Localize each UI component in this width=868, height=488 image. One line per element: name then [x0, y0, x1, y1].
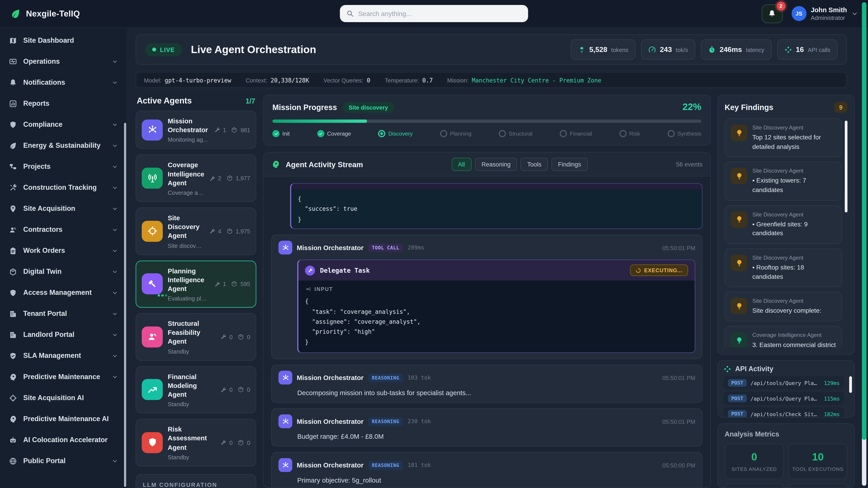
findings-scrollbar[interactable]	[845, 121, 847, 213]
agent-card[interactable]: Site Discovery Agent Site discovery co..…	[135, 207, 256, 255]
agent-token-count: 1,977	[236, 175, 250, 182]
sidebar-item[interactable]: Site Dashboard	[0, 30, 127, 51]
api-scrollbar[interactable]	[849, 376, 852, 393]
event-tokens: 230 tok	[408, 418, 431, 424]
sidebar-item[interactable]: Projects	[0, 156, 127, 177]
model-bar-item: Context: 20,338/128K	[246, 76, 309, 83]
sidebar-item[interactable]: Tenant Portal	[0, 303, 127, 324]
sidebar-item[interactable]: Site Acquisition AI	[0, 387, 127, 408]
agent-card[interactable]: Mission Orchestrator Monitoring agent pr…	[135, 111, 256, 149]
model-bar-item: Model: gpt-4-turbo-preview	[144, 76, 231, 83]
step-state-icon	[317, 130, 324, 137]
finding-source: Site Discovery Agent	[752, 125, 836, 131]
sidebar-item[interactable]: Contractors	[0, 219, 127, 240]
notifications-button[interactable]: 2	[762, 4, 782, 23]
stream-filter-button[interactable]: All	[452, 158, 471, 171]
stream-filter-button[interactable]: Findings	[551, 158, 588, 171]
search-input[interactable]	[358, 10, 521, 18]
partial-tool-event: { "success": true }	[290, 183, 702, 229]
agent-tool-count: 2	[218, 175, 221, 182]
chevron-down-icon	[112, 205, 118, 212]
sidebar-item[interactable]: Energy & Sustainability	[0, 135, 127, 156]
search-bar[interactable]	[340, 5, 528, 22]
agent-tool-count: 0	[229, 386, 232, 393]
stat-icon	[784, 46, 792, 53]
sidebar-item[interactable]: Work Orders	[0, 240, 127, 261]
metric-label: TOOL EXECUTIONS	[792, 466, 844, 472]
token-cube-icon	[238, 439, 244, 446]
model-bar-label: Temperature:	[385, 76, 419, 83]
findings-list[interactable]: Site Discovery Agent Top 12 sites select…	[725, 119, 848, 348]
agent-card[interactable]: Planning Intelligence Agent Evaluating p…	[135, 260, 256, 308]
step-state-icon	[440, 130, 447, 137]
finding-card: Coverage Intelligence Agent 3. Eastern c…	[725, 326, 842, 348]
input-label: INPUT	[314, 286, 333, 292]
mission-progress-header: Mission Progress Site discovery 22%	[272, 102, 702, 113]
sidebar-item-icon	[9, 36, 17, 44]
events-list[interactable]: { "success": true } Mission Orchestrator…	[264, 176, 710, 487]
agent-card[interactable]: Financial Modeling Agent Standby 0 0	[135, 366, 256, 414]
sidebar-item[interactable]: Compliance	[0, 114, 127, 135]
user-role: Administrator	[811, 14, 847, 21]
wrench-icon	[209, 175, 215, 181]
sidebar-item[interactable]: Predictive Maintenance AI	[0, 408, 127, 429]
user-menu[interactable]: JS John Smith Administrator	[792, 6, 858, 21]
sidebar-item-label: Site Dashboard	[23, 37, 74, 44]
page-scrollbar-thumb[interactable]	[862, 2, 866, 440]
sidebar-item[interactable]: Notifications	[0, 72, 127, 93]
sidebar-item[interactable]: Access Management	[0, 282, 127, 303]
sidebar-item[interactable]: SLA Management	[0, 345, 127, 366]
event-header: Mission Orchestrator REASONING 181 tok 0…	[278, 458, 695, 472]
page-header: LIVE Live Agent Orchestration 5,528 toke…	[135, 34, 847, 65]
sidebar-item[interactable]: Landlord Portal	[0, 324, 127, 345]
tool-duration: 209ms	[408, 245, 424, 251]
model-bar-value: 0.7	[422, 76, 433, 83]
finding-text: • Existing towers: 7 candidates	[752, 176, 836, 195]
stream-filter-button[interactable]: Tools	[521, 158, 548, 171]
key-findings-header: Key Findings 9	[725, 102, 848, 113]
api-path: /api/tools/Check Site Access	[750, 411, 820, 417]
stream-filter-button[interactable]: Reasoning	[475, 158, 518, 171]
sidebar-scrollbar[interactable]	[124, 123, 126, 487]
lightbulb-icon	[731, 255, 747, 271]
agent-card[interactable]: Structural Feasibility Agent Standby 0 0	[135, 313, 256, 361]
agent-tool-count: 0	[229, 439, 232, 446]
agent-card[interactable]: Risk Assessment Agent Standby 0 0	[135, 419, 256, 466]
tool-card-header: Delegate Task EXECUTING...	[298, 260, 694, 281]
step-label: Synthesis	[677, 131, 701, 137]
tool-call-badge: TOOL CALL	[368, 243, 403, 252]
sidebar-item[interactable]: Digital Twin	[0, 261, 127, 282]
sidebar-item[interactable]: Site Acquisition	[0, 198, 127, 219]
metric-value: 0	[751, 451, 757, 463]
page-scrollbar[interactable]	[862, 2, 866, 486]
api-activity-header: API Activity	[723, 365, 848, 373]
agent-body: Planning Intelligence Agent Evaluating p…	[168, 266, 209, 302]
agent-card[interactable]: Coverage Intelligence Agent Coverage ana…	[135, 155, 256, 202]
sidebar-item[interactable]: Public Portal	[0, 450, 127, 471]
agent-avatar-hub-icon	[278, 414, 292, 428]
stat-chip: 16 API calls	[777, 39, 838, 60]
sidebar-item[interactable]: Construction Tracking	[0, 177, 127, 198]
brand-name: Nexgile-TelIQ	[26, 9, 80, 18]
sidebar-item[interactable]: Operations	[0, 51, 127, 72]
api-rows[interactable]: POST /api/tools/Query Planning His… 129m…	[723, 376, 848, 418]
sidebar-item[interactable]: Reports	[0, 93, 127, 114]
agent-body: Site Discovery Agent Site discovery co..…	[168, 214, 204, 249]
sidebar-item[interactable]: Predictive Maintenance	[0, 366, 127, 387]
wrench-icon	[214, 281, 220, 287]
agent-name: Mission Orchestrator	[168, 117, 209, 135]
tool-call-event: Mission Orchestrator TOOL CALL 209ms 05:…	[271, 235, 703, 359]
sidebar-item[interactable]: AI Colocation Accelerator	[0, 429, 127, 450]
step-label: Risk	[629, 131, 640, 137]
finding-card: Site Discovery Agent Top 12 sites select…	[725, 119, 842, 157]
model-info-bar: Model: gpt-4-turbo-preview Context: 20,3…	[135, 72, 847, 88]
agent-icon	[142, 273, 163, 294]
progress-percent: 22%	[683, 102, 702, 113]
agent-token-count: 981	[241, 127, 250, 133]
agent-body: Financial Modeling Agent Standby	[168, 372, 215, 408]
progress-steps: Init Coverage Discovery Planning Structu…	[272, 130, 702, 137]
model-bar-value: Manchester City Centre - Premium Zone	[472, 76, 601, 83]
key-findings-title: Key Findings	[725, 103, 773, 112]
api-icon	[723, 365, 731, 373]
event-time: 05:50:01 PM	[662, 418, 695, 424]
